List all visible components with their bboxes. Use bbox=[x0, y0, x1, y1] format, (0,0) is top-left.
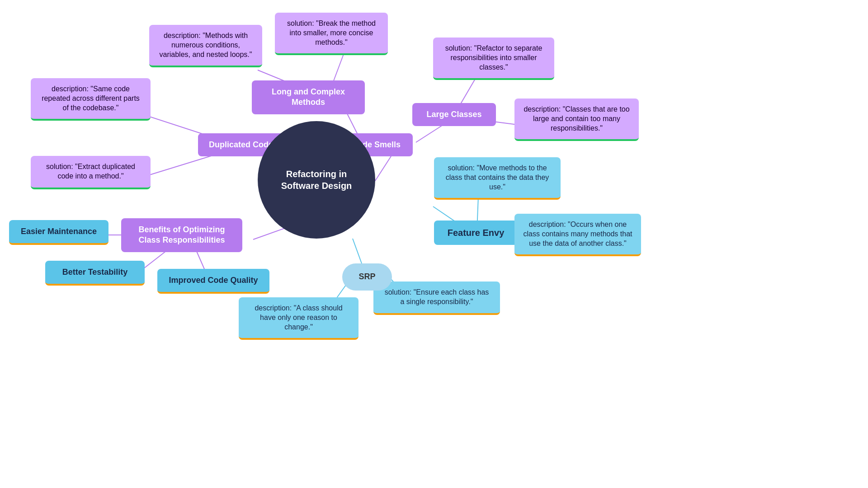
large-classes-label: Large Classes bbox=[426, 109, 481, 120]
long-sol-label: solution: "Break the method into smaller… bbox=[283, 19, 380, 47]
long-complex-node: Long and Complex Methods bbox=[252, 80, 365, 114]
easier-maintenance-label: Easier Maintenance bbox=[21, 226, 97, 237]
dup-desc-node: description: "Same code repeated across … bbox=[31, 78, 151, 121]
srp-desc-node: description: "A class should have only o… bbox=[239, 297, 359, 340]
feat-sol-node: solution: "Move methods to the class tha… bbox=[434, 157, 561, 200]
srp-sol-label: solution: "Ensure each class has a singl… bbox=[382, 288, 492, 307]
dup-desc-label: description: "Same code repeated across … bbox=[39, 84, 142, 113]
long-desc-node: description: "Methods with numerous cond… bbox=[149, 25, 262, 67]
feat-sol-label: solution: "Move methods to the class tha… bbox=[442, 164, 552, 192]
feat-desc-label: description: "Occurs when one class cont… bbox=[523, 220, 633, 248]
srp-desc-label: description: "A class should have only o… bbox=[247, 304, 350, 332]
large-desc-label: description: "Classes that are too large… bbox=[523, 105, 631, 133]
feature-envy-node: Feature Envy bbox=[434, 221, 518, 245]
improved-code-quality-node: Improved Code Quality bbox=[157, 269, 269, 294]
large-classes-node: Large Classes bbox=[412, 103, 496, 126]
large-sol-label: solution: "Refactor to separate responsi… bbox=[441, 44, 546, 72]
feat-desc-node: description: "Occurs when one class cont… bbox=[514, 214, 641, 256]
better-testability-label: Better Testability bbox=[62, 267, 128, 277]
duplicated-code-label: Duplicated Code bbox=[209, 140, 273, 150]
large-desc-node: description: "Classes that are too large… bbox=[514, 99, 639, 141]
srp-node: SRP bbox=[342, 263, 392, 291]
better-testability-node: Better Testability bbox=[45, 261, 145, 286]
long-sol-node: solution: "Break the method into smaller… bbox=[275, 13, 388, 55]
srp-label: SRP bbox=[359, 272, 375, 282]
dup-sol-node: solution: "Extract duplicated code into … bbox=[31, 156, 151, 189]
dup-sol-label: solution: "Extract duplicated code into … bbox=[39, 162, 142, 181]
feature-envy-label: Feature Envy bbox=[448, 227, 505, 239]
svg-line-0 bbox=[375, 153, 393, 181]
benefits-node: Benefits of Optimizing Class Responsibil… bbox=[121, 218, 242, 252]
srp-sol-node: solution: "Ensure each class has a singl… bbox=[373, 282, 500, 315]
center-node: Refactoring in Software Design bbox=[258, 121, 375, 239]
svg-line-17 bbox=[353, 239, 362, 263]
easier-maintenance-node: Easier Maintenance bbox=[9, 220, 108, 245]
benefits-label: Benefits of Optimizing Class Responsibil… bbox=[129, 225, 234, 246]
long-desc-label: description: "Methods with numerous cond… bbox=[157, 31, 254, 59]
center-label: Refactoring in Software Design bbox=[266, 168, 367, 192]
improved-code-quality-label: Improved Code Quality bbox=[169, 275, 258, 286]
large-sol-node: solution: "Refactor to separate responsi… bbox=[433, 38, 554, 80]
long-complex-label: Long and Complex Methods bbox=[260, 87, 357, 108]
